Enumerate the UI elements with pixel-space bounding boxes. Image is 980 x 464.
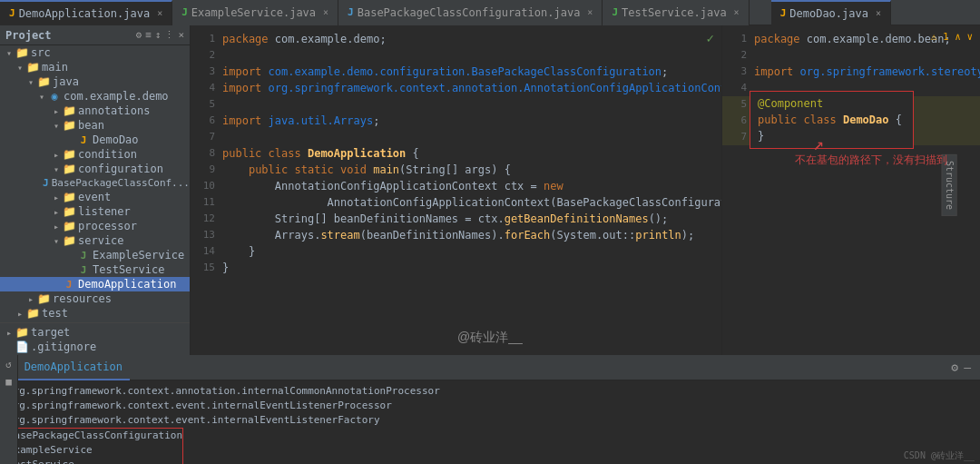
box-line-class: public class DemoDao { (758, 112, 906, 128)
code-line-2: 2 (191, 47, 721, 64)
folder-icon: 📁 (15, 46, 29, 59)
warning-icon: ⚠ 1 ∧ ∨ (931, 31, 973, 43)
java-icon: J (348, 6, 354, 18)
folder-icon: 📁 (62, 220, 76, 232)
tree-item-target[interactable]: ▸ 📁 target (0, 325, 190, 340)
run-line-6: testService (8, 458, 182, 464)
run-highlighted-group: basePackageClassConfiguration exampleSer… (7, 428, 183, 464)
folder-icon: 📁 (25, 307, 40, 320)
expand-arrow: ▾ (25, 77, 36, 87)
folder-icon: 📁 (62, 163, 76, 175)
run-stop-icon[interactable]: ■ (5, 376, 12, 388)
tree-item-java[interactable]: ▾ 📁 java (0, 74, 190, 89)
tree-item-gitignore[interactable]: 📄 .gitignore (0, 340, 190, 354)
tree-label: processor (78, 220, 137, 232)
tree-item-processor[interactable]: ▸ 📁 processor (0, 219, 190, 233)
tree-item-bean[interactable]: ▾ 📁 bean (0, 118, 190, 133)
expand-arrow: ▸ (25, 294, 36, 304)
tab-exampleservice[interactable]: J ExampleService.java × (172, 0, 338, 25)
run-line-3: org.springframework.context.event.intern… (7, 413, 973, 428)
tree-item-demodao[interactable]: J DemoDao (0, 133, 190, 147)
box-line-close: } (758, 128, 906, 144)
tab-label: TestService.java (622, 6, 727, 19)
close-icon[interactable]: × (178, 29, 184, 41)
code-line-3: 3 import com.example.demo.configuration.… (191, 64, 721, 80)
tree-item-service[interactable]: ▾ 📁 service (0, 233, 190, 248)
folder-icon: 📁 (62, 104, 76, 117)
run-line-1: org.springframework.context.annotation.i… (7, 384, 973, 399)
code-line-8: 8 public class DemoApplication { (191, 145, 721, 162)
file-icon: 📄 (15, 341, 29, 353)
code-line-15: 15 } (191, 260, 721, 276)
tree-item-annotations[interactable]: ▸ 📁 annotations (0, 104, 190, 118)
code-line-6: 6 import java.util.Arrays; (191, 113, 721, 129)
collapse-icon[interactable]: ≡ (145, 29, 152, 41)
tree-label: target (31, 326, 70, 339)
expand-arrow: ▸ (51, 207, 62, 217)
tab-demoapplication[interactable]: J DemoApplication.java × (0, 0, 172, 25)
tree-item-testservice[interactable]: J TestService (0, 262, 190, 277)
tab-testservice[interactable]: J TestService.java × (603, 0, 749, 25)
more-icon[interactable]: ⋮ (164, 29, 174, 41)
run-settings-icon[interactable]: ⚙ (951, 360, 958, 374)
tree-item-listener[interactable]: ▸ 📁 listener (0, 204, 190, 219)
tree-label: .gitignore (31, 341, 96, 353)
package-icon: ◉ (47, 90, 62, 103)
tree-item-test[interactable]: ▸ 📁 test (0, 306, 190, 321)
tree-label: com.example.demo (64, 90, 169, 103)
tree-item-basepackage[interactable]: J BasePackageClassConf... (0, 176, 190, 190)
editor-content-left[interactable]: 1 package com.example.demo; 2 3 import c… (191, 25, 721, 355)
code-line-4: 4 import org.springframework.context.ann… (191, 80, 721, 96)
project-header: Project ⚙ ≡ ↕ ⋮ × (0, 25, 190, 45)
folder-icon: 📁 (36, 75, 51, 88)
expand-icon[interactable]: ↕ (155, 29, 162, 41)
expand-arrow: ▾ (51, 164, 62, 174)
code-line-12: 12 String[] beanDefinitionNames = ctx.ge… (191, 211, 721, 227)
tree-label: condition (78, 148, 137, 161)
run-side-icons: ↺ ■ (0, 355, 18, 464)
tab-demodao[interactable]: J DemoDao.java × (771, 0, 891, 25)
run-tab-label: DemoApplication (24, 360, 122, 373)
java-icon: J (181, 6, 188, 18)
tab-close[interactable]: × (876, 8, 881, 18)
tab-close[interactable]: × (157, 8, 162, 18)
annotation-text: 不在基包的路径下，没有扫描到 (795, 153, 947, 168)
tree-label: test (42, 307, 68, 320)
expand-arrow: ▸ (51, 150, 62, 160)
expand-arrow: ▾ (51, 236, 62, 246)
java-icon: J (780, 7, 787, 19)
tree-item-resources[interactable]: ▸ 📁 resources (0, 291, 190, 306)
tree-label: event (78, 191, 111, 203)
run-tab-demoapplication[interactable]: DemoApplication (17, 355, 130, 380)
run-content: org.springframework.context.annotation.i… (0, 380, 980, 464)
tree-label: DemoApplication (78, 278, 176, 291)
run-rerun-icon[interactable]: ↺ (5, 359, 12, 370)
tree-item-demoapplication[interactable]: J DemoApplication (0, 277, 190, 291)
folder-icon: 📁 (62, 191, 76, 203)
tree-item-condition[interactable]: ▸ 📁 condition (0, 147, 190, 162)
java-icon: J (9, 7, 15, 19)
tree-label: BasePackageClassConf... (52, 177, 190, 189)
tree-item-exampleservice[interactable]: J ExampleService (0, 248, 190, 262)
tree-label: listener (78, 205, 131, 218)
tab-close[interactable]: × (734, 7, 740, 17)
tab-label: BasePackageClassConfiguration.java (358, 6, 581, 19)
expand-arrow: ▾ (51, 121, 62, 131)
code-line-13: 13 Arrays.stream(beanDefinitionNames).fo… (191, 227, 721, 243)
tree-item-configuration[interactable]: ▾ 📁 configuration (0, 162, 190, 176)
code-line-10: 10 AnnotationConfigApplicationContext ct… (191, 178, 721, 194)
tab-close[interactable]: × (587, 7, 593, 17)
run-minimize-icon[interactable]: — (964, 360, 971, 374)
code-line-14: 14 } (191, 243, 721, 260)
settings-icon[interactable]: ⚙ (136, 29, 142, 41)
project-sidebar: Project ⚙ ≡ ↕ ⋮ × ▾ 📁 src ▾ (0, 25, 191, 355)
tree-item-src[interactable]: ▾ 📁 src (0, 45, 190, 60)
tab-basepackage[interactable]: J BasePackageClassConfiguration.java × (338, 0, 603, 25)
code-line-5: 5 (191, 96, 721, 113)
tree-item-com-example-demo[interactable]: ▾ ◉ com.example.demo (0, 89, 190, 104)
java-icon: J (612, 6, 618, 18)
tree-item-main[interactable]: ▾ 📁 main (0, 60, 190, 74)
tab-close[interactable]: × (323, 7, 328, 17)
tree-item-event[interactable]: ▸ 📁 event (0, 190, 190, 204)
tab-label: DemoDao.java (789, 7, 868, 20)
